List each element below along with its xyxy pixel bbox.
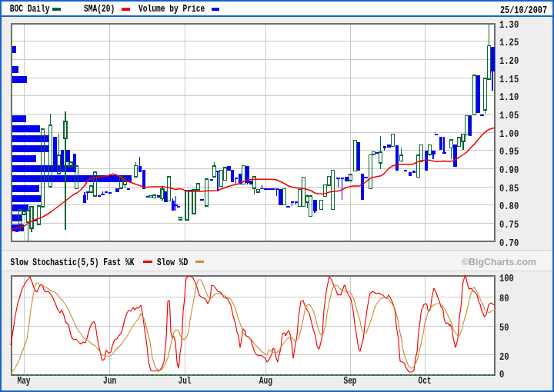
svg-text:©BigCharts.com: ©BigCharts.com <box>462 257 536 267</box>
svg-text:Jun: Jun <box>103 375 116 387</box>
svg-text:BOC Daily: BOC Daily <box>10 3 50 15</box>
svg-text:1.20: 1.20 <box>499 55 519 67</box>
svg-text:50: 50 <box>499 322 509 334</box>
svg-text:May: May <box>17 375 30 387</box>
svg-text:Jul: Jul <box>178 375 191 387</box>
svg-text:20: 20 <box>499 351 509 363</box>
svg-text:Sep: Sep <box>343 375 356 387</box>
svg-text:1.05: 1.05 <box>499 110 519 121</box>
svg-text:0.90: 0.90 <box>499 164 519 176</box>
svg-text:1.00: 1.00 <box>499 128 519 140</box>
svg-text:1.10: 1.10 <box>499 91 519 103</box>
svg-text:25/10/2007: 25/10/2007 <box>500 5 547 16</box>
svg-text:SMA(20): SMA(20) <box>84 3 115 15</box>
svg-text:0.80: 0.80 <box>499 201 519 212</box>
svg-text:0.85: 0.85 <box>499 183 519 194</box>
svg-text:1.30: 1.30 <box>499 19 519 31</box>
svg-text:0.70: 0.70 <box>499 238 519 249</box>
svg-text:Oct: Oct <box>418 375 431 387</box>
svg-text:0.75: 0.75 <box>499 219 519 231</box>
svg-text:Slow %D: Slow %D <box>157 257 188 268</box>
svg-text:0.95: 0.95 <box>499 146 519 158</box>
svg-text:100: 100 <box>499 273 514 284</box>
svg-text:0: 0 <box>499 369 504 380</box>
svg-text:1.15: 1.15 <box>499 74 519 85</box>
svg-text:1.25: 1.25 <box>499 37 519 48</box>
svg-text:80: 80 <box>499 293 509 304</box>
svg-text:Volume by Price: Volume by Price <box>138 3 205 15</box>
svg-text:Aug: Aug <box>259 375 272 387</box>
svg-text:Slow Stochastic(5,5) Fast %K: Slow Stochastic(5,5) Fast %K <box>11 257 135 268</box>
